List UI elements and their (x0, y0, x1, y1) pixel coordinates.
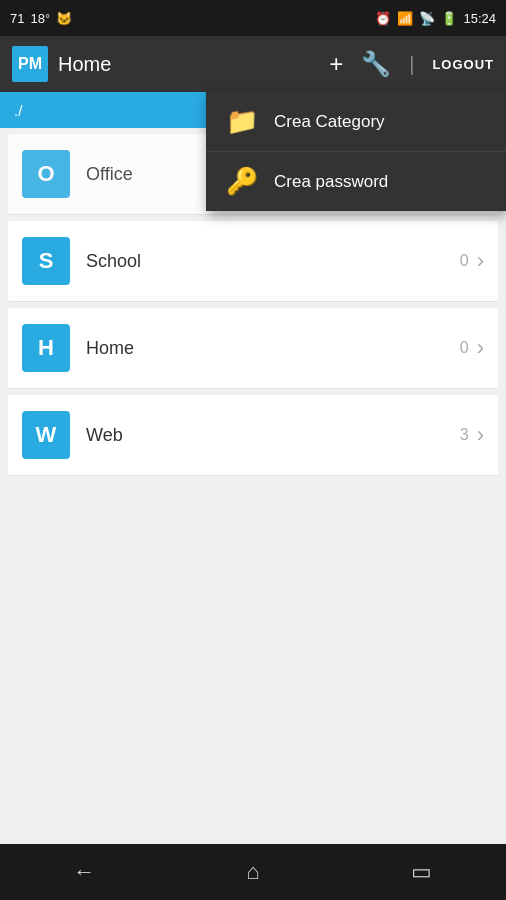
category-letter-h: H (22, 324, 70, 372)
clock: 15:24 (463, 11, 496, 26)
dropdown-item-create-category[interactable]: 📁 Crea Category (206, 92, 506, 152)
cat-icon: 🐱 (56, 11, 72, 26)
home-button[interactable]: ⌂ (223, 852, 283, 892)
category-item-school[interactable]: S School 0 › (8, 221, 498, 302)
dropdown-item-create-password[interactable]: 🔑 Crea password (206, 152, 506, 211)
back-button[interactable]: ← (54, 852, 114, 892)
category-name-web: Web (86, 425, 460, 446)
add-button[interactable]: + (329, 50, 343, 78)
create-category-label: Crea Category (274, 112, 385, 132)
chevron-icon-home: › (477, 335, 484, 361)
category-item-web[interactable]: W Web 3 › (8, 395, 498, 476)
temperature: 18° (30, 11, 50, 26)
app-logo: PM (12, 46, 48, 82)
category-letter-w: W (22, 411, 70, 459)
status-left: 71 18° 🐱 (10, 11, 72, 26)
divider: | (409, 53, 414, 76)
logout-button[interactable]: LOGOUT (432, 57, 494, 72)
dropdown-menu: 📁 Crea Category 🔑 Crea password (206, 92, 506, 211)
category-count-web: 3 (460, 426, 469, 444)
recents-icon: ▭ (411, 859, 432, 885)
breadcrumb-path: ./ (14, 102, 22, 119)
category-name-home: Home (86, 338, 460, 359)
settings-button[interactable]: 🔧 (361, 50, 391, 78)
home-icon: ⌂ (246, 859, 259, 885)
category-count-school: 0 (460, 252, 469, 270)
signal-icon: 📡 (419, 11, 435, 26)
battery-level: 71 (10, 11, 24, 26)
key-icon: 🔑 (226, 166, 258, 197)
category-name-school: School (86, 251, 460, 272)
top-bar-actions: + 🔧 | LOGOUT (329, 50, 494, 78)
create-password-label: Crea password (274, 172, 388, 192)
page-title: Home (58, 53, 319, 76)
battery-icon: 🔋 (441, 11, 457, 26)
alarm-icon: ⏰ (375, 11, 391, 26)
bottom-nav: ← ⌂ ▭ (0, 844, 506, 900)
category-letter-s: S (22, 237, 70, 285)
top-bar: PM Home + 🔧 | LOGOUT (0, 36, 506, 92)
chevron-icon-web: › (477, 422, 484, 448)
folder-icon: 📁 (226, 106, 258, 137)
chevron-icon-school: › (477, 248, 484, 274)
status-bar: 71 18° 🐱 ⏰ 📶 📡 🔋 15:24 (0, 0, 506, 36)
category-item-home[interactable]: H Home 0 › (8, 308, 498, 389)
status-right: ⏰ 📶 📡 🔋 15:24 (375, 11, 496, 26)
wifi-icon: 📶 (397, 11, 413, 26)
back-icon: ← (73, 859, 95, 885)
main-content: O Office S School 0 › H Home 0 › W Web 3… (0, 128, 506, 844)
category-count-home: 0 (460, 339, 469, 357)
recents-button[interactable]: ▭ (392, 852, 452, 892)
category-letter-o: O (22, 150, 70, 198)
